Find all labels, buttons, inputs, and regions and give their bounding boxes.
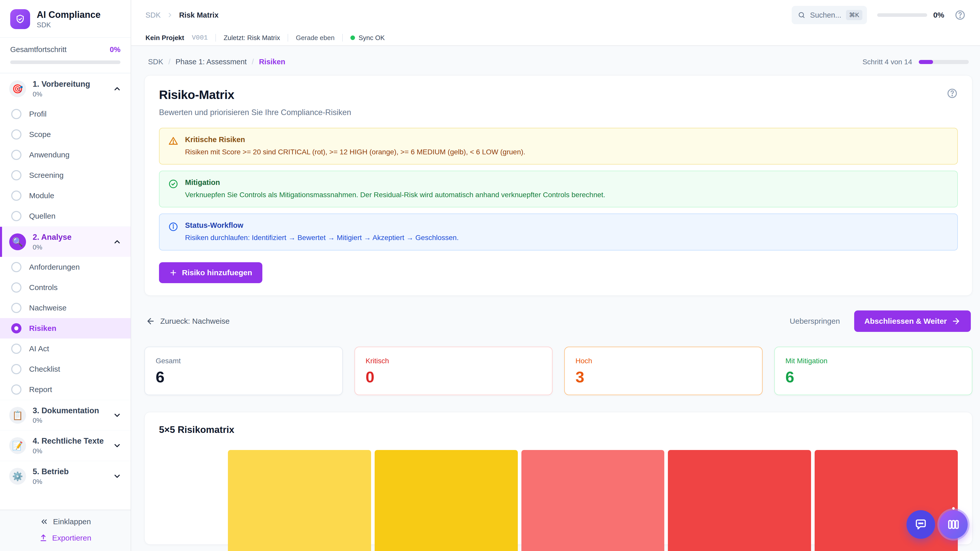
section-progress: 0% [33, 478, 106, 486]
risk-stats-row: Gesamt 6 Kritisch 0 Hoch 3 Mit Mitigatio… [145, 347, 972, 395]
upload-icon [39, 534, 48, 542]
sidebar-item-anwendung[interactable]: Anwendung [0, 144, 130, 165]
radio-circle-icon [11, 129, 21, 140]
check-circle-icon [168, 179, 178, 189]
status-bar: Kein Projekt V001 Zuletzt: Risk Matrix G… [131, 30, 980, 46]
radio-circle-icon [11, 303, 21, 313]
radio-circle-icon [11, 384, 21, 395]
sidebar-item-controls[interactable]: Controls [0, 277, 130, 298]
section-progress: 0% [33, 90, 106, 98]
stat-card-gesamt: Gesamt 6 [145, 347, 343, 395]
sidebar-header: AI Compliance SDK [0, 0, 130, 38]
gear-icon: ⚙️ [9, 468, 26, 485]
matrix-cell-4[interactable] [668, 450, 811, 551]
matrix-cell-3[interactable] [522, 450, 665, 551]
card-help-icon[interactable] [947, 88, 958, 99]
collapse-sidebar-button[interactable]: Einklappen [40, 517, 91, 526]
sidebar-item-ai-act[interactable]: AI Act [0, 338, 130, 359]
app-subtitle: SDK [37, 21, 100, 29]
matrix-cell-1[interactable] [228, 450, 371, 551]
overall-progress: Gesamtfortschritt 0% [0, 38, 130, 73]
columns-icon [947, 518, 960, 531]
section-progress: 0% [33, 416, 106, 424]
stat-value: 6 [786, 369, 961, 385]
shield-check-icon [15, 14, 25, 24]
chevron-right-icon [166, 11, 173, 19]
app-logo [10, 9, 30, 29]
top-bar: SDK Risk Matrix Suchen... ⌘K 0% [131, 0, 980, 30]
radio-circle-icon [11, 109, 21, 119]
stat-value: 3 [576, 369, 751, 385]
sidebar-nav: 🎯 1. Vorbereitung 0% Profil Scope Anwend… [0, 73, 130, 510]
kanban-board-button[interactable] [939, 510, 968, 539]
overall-progress-bar [10, 60, 121, 64]
wizard-navigation: Zurueck: Nachweise Ueberspringen Abschli… [145, 310, 972, 332]
section-progress: 0% [33, 243, 106, 251]
risk-matrix-card: Risiko-Matrix Bewerten und priorisieren … [145, 75, 972, 295]
matrix-cell-2[interactable] [375, 450, 518, 551]
header-progress: 0% [877, 11, 944, 19]
project-name: Kein Projekt [145, 34, 184, 42]
page-title: Risiko-Matrix [159, 88, 234, 102]
callout-title: Kritische Risiken [185, 135, 525, 144]
crumb-sdk[interactable]: SDK [148, 58, 163, 66]
section-title: 1. Vorbereitung [33, 79, 106, 89]
page-content: SDK / Phase 1: Assessment / Risiken Schr… [131, 46, 980, 551]
back-link[interactable]: Zurueck: Nachweise [146, 317, 230, 326]
radio-circle-icon [11, 150, 21, 160]
chat-bubble-icon [914, 518, 928, 531]
sidebar-item-screening[interactable]: Screening [0, 165, 130, 186]
sidebar-item-module[interactable]: Module [0, 186, 130, 206]
radio-circle-icon [11, 344, 21, 354]
stat-label: Hoch [576, 357, 751, 365]
callout-status-workflow: Status-Workflow Risiken durchlaufen: Ide… [159, 213, 958, 250]
stat-value: 0 [366, 369, 542, 385]
sidebar-section-betrieb[interactable]: ⚙️ 5. Betrieb 0% [0, 461, 130, 491]
sidebar-item-nachweise[interactable]: Nachweise [0, 298, 130, 318]
help-icon[interactable] [955, 10, 966, 21]
risk-matrix-grid-card: 5×5 Risikomatrix [145, 412, 972, 545]
main-area: SDK Risk Matrix Suchen... ⌘K 0% Kein Pro… [131, 0, 980, 551]
sidebar-section-dokumentation[interactable]: 📋 3. Dokumentation 0% [0, 400, 130, 430]
chevron-down-icon [113, 411, 121, 420]
sidebar-item-scope[interactable]: Scope [0, 124, 130, 144]
floating-buttons [907, 510, 968, 539]
version-badge: V001 [192, 34, 208, 41]
radio-circle-icon [11, 191, 21, 201]
callout-title: Status-Workflow [185, 221, 458, 230]
last-saved-time: Gerade eben [296, 34, 334, 42]
search-placeholder: Suchen... [810, 11, 842, 19]
sidebar-section-analyse[interactable]: 🔍 2. Analyse 0% [0, 226, 130, 257]
callout-body: Verknuepfen Sie Controls als Mitigations… [185, 190, 605, 200]
radio-circle-icon [11, 170, 21, 180]
search-input[interactable]: Suchen... ⌘K [792, 6, 867, 24]
radio-selected-icon [11, 323, 21, 333]
sidebar-item-report[interactable]: Report [0, 380, 130, 400]
crumb-phase[interactable]: Phase 1: Assessment [176, 58, 247, 66]
page-subtitle: Bewerten und priorisieren Sie Ihre Compl… [159, 108, 958, 117]
app-title: AI Compliance [37, 9, 100, 20]
complete-next-button[interactable]: Abschliessen & Weiter [854, 310, 971, 332]
step-label: Schritt 4 von 14 [862, 58, 912, 66]
sidebar-item-profil[interactable]: Profil [0, 104, 130, 124]
sidebar-item-checklist[interactable]: Checklist [0, 359, 130, 380]
sidebar-item-anforderungen[interactable]: Anforderungen [0, 257, 130, 277]
chat-assistant-button[interactable] [907, 510, 935, 539]
search-icon [798, 11, 805, 19]
sidebar-section-rechtliche-texte[interactable]: 📝 4. Rechtliche Texte 0% [0, 430, 130, 461]
step-progress: Schritt 4 von 14 [862, 58, 969, 66]
chevron-up-icon [113, 84, 121, 93]
skip-button[interactable]: Ueberspringen [790, 317, 840, 326]
sidebar-section-vorbereitung[interactable]: 🎯 1. Vorbereitung 0% [0, 73, 130, 104]
stat-card-mit-mitigation: Mit Mitigation 6 [774, 347, 973, 395]
breadcrumb-current: Risk Matrix [179, 11, 219, 19]
clipboard-icon: 📋 [9, 407, 26, 424]
breadcrumb-root[interactable]: SDK [145, 11, 161, 19]
sidebar-item-risiken[interactable]: Risiken [0, 318, 130, 338]
sidebar-item-quellen[interactable]: Quellen [0, 206, 130, 226]
export-button[interactable]: Exportieren [39, 534, 91, 542]
stat-label: Mit Mitigation [786, 357, 961, 365]
add-risk-button[interactable]: Risiko hinzufuegen [159, 262, 262, 283]
radio-circle-icon [11, 262, 21, 272]
radio-circle-icon [11, 364, 21, 374]
